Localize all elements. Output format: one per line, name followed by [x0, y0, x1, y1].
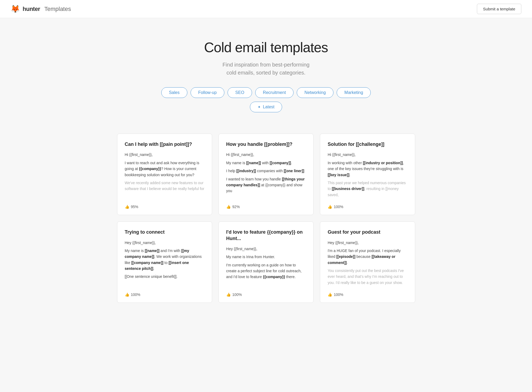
thumbs-up-icon: 👍	[226, 292, 231, 297]
card-3-body: Hi {{first_name}}, In working with other…	[328, 152, 407, 200]
card-1-title: Can I help with [[pain point]]?	[125, 141, 204, 147]
card-6-footer: 👍 100%	[328, 292, 407, 297]
header: 🦊 hunter Templates Submit a template	[0, 0, 532, 18]
category-pill-followup[interactable]: Follow-up	[191, 87, 224, 98]
card-5-title: I'd love to feature {{company}} on Hunt.…	[226, 229, 306, 242]
card-5-body: Hey {{first_name}}, My name is Irina fro…	[226, 246, 306, 288]
logo-templates-text: Templates	[44, 6, 71, 13]
hero-subtitle: Find inspiration from best-performing co…	[5, 61, 527, 77]
template-card-1[interactable]: Can I help with [[pain point]]? Hi {{fir…	[117, 134, 212, 215]
template-card-2[interactable]: How you handle [[problem]]? Hi {{first_n…	[218, 134, 314, 215]
logo-area: 🦊 hunter Templates	[11, 5, 71, 13]
template-card-5[interactable]: I'd love to feature {{company}} on Hunt.…	[218, 221, 314, 303]
logo-hunter-text: hunter	[23, 6, 40, 13]
category-pill-seo[interactable]: SEO	[228, 87, 252, 98]
template-card-4[interactable]: Trying to connect Hey {{first_name}}, My…	[117, 221, 212, 303]
thumbs-up-icon: 👍	[328, 205, 332, 209]
template-card-6[interactable]: Guest for your podcast Hey {{first_name}…	[320, 221, 415, 303]
card-2-body: Hi {{first_name}}, My name is [[name]] w…	[226, 152, 306, 200]
card-1-body: Hi {{first_name}}, I want to reach out a…	[125, 152, 204, 200]
card-5-rating: 100%	[232, 292, 242, 297]
card-6-body: Hey {{first_name}}, I'm a HUGE fan of yo…	[328, 240, 407, 288]
card-2-footer: 👍 92%	[226, 205, 306, 209]
thumbs-up-icon: 👍	[125, 292, 129, 297]
hero-section: Cold email templates Find inspiration fr…	[0, 18, 532, 128]
star-icon: ✦	[258, 105, 261, 109]
card-4-footer: 👍 100%	[125, 292, 204, 297]
page-title: Cold email templates	[5, 39, 527, 55]
hunter-logo-icon: 🦊	[11, 5, 20, 13]
card-5-footer: 👍 100%	[226, 292, 306, 297]
card-4-rating: 100%	[131, 292, 141, 297]
card-4-body: Hey {{first_name}}, My name is [[name]] …	[125, 240, 204, 288]
card-6-rating: 100%	[334, 292, 343, 297]
card-4-title: Trying to connect	[125, 229, 204, 235]
category-pill-marketing[interactable]: Marketing	[337, 87, 371, 98]
thumbs-up-icon: 👍	[226, 205, 231, 209]
thumbs-up-icon: 👍	[328, 292, 332, 297]
card-2-title: How you handle [[problem]]?	[226, 141, 306, 147]
card-1-rating: 95%	[131, 205, 138, 209]
category-pill-sales[interactable]: Sales	[161, 87, 187, 98]
card-6-title: Guest for your podcast	[328, 229, 407, 235]
card-1-footer: 👍 95%	[125, 205, 204, 209]
category-filters: Sales Follow-up SEO Recruitment Networki…	[146, 87, 386, 98]
thumbs-up-icon: 👍	[125, 205, 129, 209]
card-3-footer: 👍 100%	[328, 205, 407, 209]
card-3-rating: 100%	[334, 205, 343, 209]
template-card-3[interactable]: Solution for [[challenge]] Hi {{first_na…	[320, 134, 415, 215]
templates-grid-section: Can I help with [[pain point]]? Hi {{fir…	[106, 134, 426, 303]
card-3-title: Solution for [[challenge]]	[328, 141, 407, 147]
card-2-rating: 92%	[232, 205, 240, 209]
category-pill-latest[interactable]: ✦ Latest	[250, 102, 282, 112]
category-pill-recruitment[interactable]: Recruitment	[255, 87, 294, 98]
submit-template-button[interactable]: Submit a template	[477, 4, 521, 14]
category-pill-networking[interactable]: Networking	[297, 87, 333, 98]
templates-grid: Can I help with [[pain point]]? Hi {{fir…	[117, 134, 415, 303]
